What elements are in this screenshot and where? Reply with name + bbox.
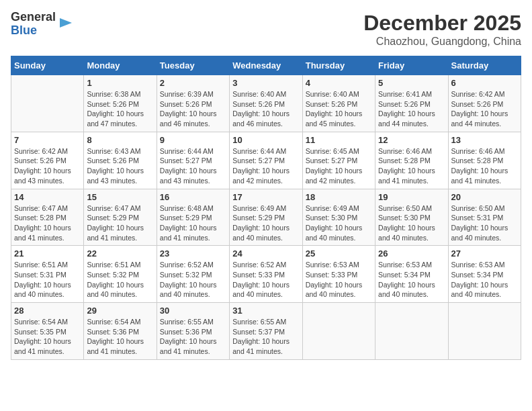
day-number: 29 <box>87 306 153 316</box>
title-block: December 2025 Chaozhou, Guangdong, China <box>363 11 521 48</box>
day-number: 20 <box>451 192 518 202</box>
header-day: Monday <box>84 56 157 75</box>
header-day: Sunday <box>11 56 84 75</box>
day-detail: Sunrise: 6:53 AM Sunset: 5:33 PM Dayligh… <box>306 260 372 300</box>
header-day: Tuesday <box>157 56 229 75</box>
calendar-cell: 14Sunrise: 6:47 AM Sunset: 5:28 PM Dayli… <box>11 189 84 246</box>
day-detail: Sunrise: 6:41 AM Sunset: 5:26 PM Dayligh… <box>378 89 445 129</box>
calendar-cell: 8Sunrise: 6:43 AM Sunset: 5:26 PM Daylig… <box>84 132 157 189</box>
calendar-cell: 22Sunrise: 6:51 AM Sunset: 5:32 PM Dayli… <box>84 246 157 303</box>
day-detail: Sunrise: 6:51 AM Sunset: 5:32 PM Dayligh… <box>87 260 153 300</box>
day-detail: Sunrise: 6:40 AM Sunset: 5:26 PM Dayligh… <box>232 89 299 129</box>
calendar-cell <box>11 75 84 132</box>
logo-text: General Blue <box>11 11 56 38</box>
day-detail: Sunrise: 6:42 AM Sunset: 5:26 PM Dayligh… <box>14 146 81 186</box>
calendar-cell <box>302 303 375 360</box>
day-number: 17 <box>232 192 299 202</box>
calendar-cell <box>448 303 521 360</box>
calendar-week-row: 1Sunrise: 6:38 AM Sunset: 5:26 PM Daylig… <box>11 75 521 132</box>
calendar-cell: 12Sunrise: 6:46 AM Sunset: 5:28 PM Dayli… <box>375 132 448 189</box>
day-detail: Sunrise: 6:54 AM Sunset: 5:35 PM Dayligh… <box>14 317 81 357</box>
calendar-cell: 13Sunrise: 6:46 AM Sunset: 5:28 PM Dayli… <box>448 132 521 189</box>
header-row: SundayMondayTuesdayWednesdayThursdayFrid… <box>11 56 521 75</box>
day-number: 15 <box>87 192 153 202</box>
svg-marker-0 <box>60 18 72 28</box>
day-detail: Sunrise: 6:44 AM Sunset: 5:27 PM Dayligh… <box>232 146 299 186</box>
header-day: Thursday <box>302 56 375 75</box>
day-number: 16 <box>160 192 226 202</box>
calendar-cell: 7Sunrise: 6:42 AM Sunset: 5:26 PM Daylig… <box>11 132 84 189</box>
calendar-cell: 11Sunrise: 6:45 AM Sunset: 5:27 PM Dayli… <box>302 132 375 189</box>
day-detail: Sunrise: 6:53 AM Sunset: 5:34 PM Dayligh… <box>378 260 445 300</box>
calendar-cell: 30Sunrise: 6:55 AM Sunset: 5:36 PM Dayli… <box>157 303 229 360</box>
day-number: 28 <box>14 306 81 316</box>
calendar-cell: 5Sunrise: 6:41 AM Sunset: 5:26 PM Daylig… <box>375 75 448 132</box>
day-number: 13 <box>451 135 518 145</box>
calendar-week-row: 14Sunrise: 6:47 AM Sunset: 5:28 PM Dayli… <box>11 189 521 246</box>
day-detail: Sunrise: 6:47 AM Sunset: 5:28 PM Dayligh… <box>14 203 81 243</box>
day-number: 26 <box>378 248 445 259</box>
day-detail: Sunrise: 6:55 AM Sunset: 5:37 PM Dayligh… <box>232 317 299 357</box>
calendar-cell: 9Sunrise: 6:44 AM Sunset: 5:27 PM Daylig… <box>157 132 229 189</box>
calendar-cell: 16Sunrise: 6:48 AM Sunset: 5:29 PM Dayli… <box>157 189 229 246</box>
calendar-cell: 10Sunrise: 6:44 AM Sunset: 5:27 PM Dayli… <box>230 132 302 189</box>
logo: General Blue <box>11 11 73 38</box>
calendar-cell <box>375 303 448 360</box>
day-detail: Sunrise: 6:52 AM Sunset: 5:32 PM Dayligh… <box>160 260 226 300</box>
calendar-week-row: 28Sunrise: 6:54 AM Sunset: 5:35 PM Dayli… <box>11 303 521 360</box>
header-day: Wednesday <box>230 56 302 75</box>
day-number: 30 <box>160 306 226 316</box>
calendar-cell: 2Sunrise: 6:39 AM Sunset: 5:26 PM Daylig… <box>157 75 229 132</box>
calendar-cell: 24Sunrise: 6:52 AM Sunset: 5:33 PM Dayli… <box>230 246 302 303</box>
day-number: 11 <box>306 135 372 145</box>
calendar-cell: 6Sunrise: 6:42 AM Sunset: 5:26 PM Daylig… <box>448 75 521 132</box>
calendar-cell: 21Sunrise: 6:51 AM Sunset: 5:31 PM Dayli… <box>11 246 84 303</box>
day-detail: Sunrise: 6:55 AM Sunset: 5:36 PM Dayligh… <box>160 317 226 357</box>
day-number: 18 <box>306 192 372 202</box>
day-detail: Sunrise: 6:51 AM Sunset: 5:31 PM Dayligh… <box>14 260 81 300</box>
day-detail: Sunrise: 6:54 AM Sunset: 5:36 PM Dayligh… <box>87 317 153 357</box>
day-number: 3 <box>232 78 299 88</box>
calendar-cell: 26Sunrise: 6:53 AM Sunset: 5:34 PM Dayli… <box>375 246 448 303</box>
calendar-cell: 15Sunrise: 6:47 AM Sunset: 5:29 PM Dayli… <box>84 189 157 246</box>
day-number: 31 <box>232 306 299 316</box>
calendar-week-row: 7Sunrise: 6:42 AM Sunset: 5:26 PM Daylig… <box>11 132 521 189</box>
calendar-cell: 31Sunrise: 6:55 AM Sunset: 5:37 PM Dayli… <box>230 303 302 360</box>
day-number: 10 <box>232 135 299 145</box>
day-number: 22 <box>87 248 153 259</box>
calendar-cell: 29Sunrise: 6:54 AM Sunset: 5:36 PM Dayli… <box>84 303 157 360</box>
day-number: 24 <box>232 248 299 259</box>
day-detail: Sunrise: 6:45 AM Sunset: 5:27 PM Dayligh… <box>306 146 372 186</box>
day-number: 23 <box>160 248 226 259</box>
day-detail: Sunrise: 6:46 AM Sunset: 5:28 PM Dayligh… <box>451 146 518 186</box>
calendar-cell: 4Sunrise: 6:40 AM Sunset: 5:26 PM Daylig… <box>302 75 375 132</box>
day-number: 19 <box>378 192 445 202</box>
day-number: 8 <box>87 135 153 145</box>
day-number: 9 <box>160 135 226 145</box>
day-detail: Sunrise: 6:42 AM Sunset: 5:26 PM Dayligh… <box>451 89 518 129</box>
day-detail: Sunrise: 6:40 AM Sunset: 5:26 PM Dayligh… <box>306 89 372 129</box>
calendar-cell: 19Sunrise: 6:50 AM Sunset: 5:30 PM Dayli… <box>375 189 448 246</box>
day-number: 27 <box>451 248 518 259</box>
calendar-cell: 1Sunrise: 6:38 AM Sunset: 5:26 PM Daylig… <box>84 75 157 132</box>
calendar-cell: 3Sunrise: 6:40 AM Sunset: 5:26 PM Daylig… <box>230 75 302 132</box>
day-number: 14 <box>14 192 81 202</box>
header-day: Saturday <box>448 56 521 75</box>
calendar-cell: 23Sunrise: 6:52 AM Sunset: 5:32 PM Dayli… <box>157 246 229 303</box>
calendar-cell: 27Sunrise: 6:53 AM Sunset: 5:34 PM Dayli… <box>448 246 521 303</box>
day-detail: Sunrise: 6:52 AM Sunset: 5:33 PM Dayligh… <box>232 260 299 300</box>
day-detail: Sunrise: 6:43 AM Sunset: 5:26 PM Dayligh… <box>87 146 153 186</box>
page-header: General Blue December 2025 Chaozhou, Gua… <box>11 11 521 48</box>
day-number: 4 <box>306 78 372 88</box>
day-number: 12 <box>378 135 445 145</box>
day-number: 1 <box>87 78 153 88</box>
day-detail: Sunrise: 6:50 AM Sunset: 5:30 PM Dayligh… <box>378 203 445 243</box>
page-subtitle: Chaozhou, Guangdong, China <box>363 36 521 48</box>
header-day: Friday <box>375 56 448 75</box>
day-number: 5 <box>378 78 445 88</box>
logo-icon <box>58 15 73 30</box>
calendar-cell: 20Sunrise: 6:50 AM Sunset: 5:31 PM Dayli… <box>448 189 521 246</box>
day-detail: Sunrise: 6:50 AM Sunset: 5:31 PM Dayligh… <box>451 203 518 243</box>
day-detail: Sunrise: 6:44 AM Sunset: 5:27 PM Dayligh… <box>160 146 226 186</box>
calendar-cell: 17Sunrise: 6:49 AM Sunset: 5:29 PM Dayli… <box>230 189 302 246</box>
